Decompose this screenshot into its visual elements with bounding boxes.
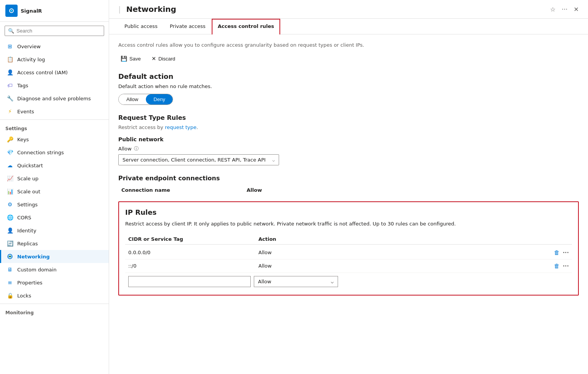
nav-connection-strings[interactable]: 💎 Connection strings [0, 146, 109, 159]
endpoint-table-header: Connection name Allow [118, 185, 579, 195]
nav-scale-up[interactable]: 📈 Scale up [0, 172, 109, 185]
nav-networking[interactable]: Networking [0, 250, 109, 263]
content-area: Access control rules allow you to config… [109, 34, 588, 374]
scale-out-icon: 📊 [7, 188, 13, 195]
nav-connection-strings-label: Connection strings [17, 150, 64, 155]
search-icon: 🔍 [8, 28, 14, 34]
ip-row-2-delete-icon[interactable]: 🗑 [554, 263, 560, 269]
nav-events[interactable]: ⚡ Events [0, 105, 109, 118]
request-type-link[interactable]: request type [165, 124, 197, 130]
tab-private-access[interactable]: Private access [163, 19, 211, 34]
tab-public-access[interactable]: Public access [118, 19, 163, 34]
tab-access-control-rules[interactable]: Access control rules [212, 19, 280, 34]
ip-add-cidr-input[interactable] [128, 276, 251, 287]
quickstart-icon: ☁ [7, 162, 13, 169]
ip-row-2-cidr: ::/0 [128, 263, 258, 269]
nav-settings-label: Settings [17, 202, 38, 207]
access-control-icon: 👤 [7, 69, 13, 76]
ip-row-1-more-icon[interactable]: ··· [563, 250, 569, 256]
nav-scale-up-label: Scale up [17, 176, 39, 181]
activity-log-icon: 📋 [7, 56, 13, 63]
nav-quickstart[interactable]: ☁ Quickstart [0, 159, 109, 172]
more-options-icon[interactable]: ··· [562, 6, 567, 13]
diagnose-icon: 🔧 [7, 95, 13, 102]
ip-row-1-cidr: 0.0.0.0/0 [128, 250, 258, 255]
nav-overview[interactable]: ⊞ Overview [0, 40, 109, 53]
tabs-bar: Public access Private access Access cont… [109, 19, 588, 34]
divider-monitoring [0, 304, 109, 304]
discard-label: Discard [158, 56, 175, 62]
allow-deny-toggle: Allow Deny [118, 94, 173, 105]
nav-properties-label: Properties [17, 280, 42, 286]
col-connection-name: Connection name [121, 187, 170, 193]
nav-activity-log[interactable]: 📋 Activity log [0, 53, 109, 66]
nav-keys[interactable]: 🔑 Keys [0, 133, 109, 146]
ip-row-2-icons: 🗑 ··· [554, 263, 569, 269]
app-icon [5, 5, 18, 17]
events-icon: ⚡ [7, 108, 13, 115]
overview-icon: ⊞ [7, 43, 13, 50]
identity-icon: 👤 [7, 227, 13, 234]
page-title: Networking [126, 5, 176, 14]
ip-row-2-more-icon[interactable]: ··· [563, 263, 569, 269]
dropdown-arrow-icon: ⌵ [272, 157, 275, 163]
title-separator: | [118, 5, 121, 14]
deny-toggle-btn[interactable]: Deny [146, 94, 173, 105]
ip-add-dropdown-arrow: ⌵ [331, 279, 334, 284]
settings-icon: ⚙ [7, 201, 13, 208]
page-description: Access control rules allow you to config… [118, 42, 579, 48]
properties-icon: ≡ [7, 279, 13, 286]
private-endpoint-title: Private endpoint connections [118, 175, 579, 182]
nav-settings[interactable]: ⚙ Settings [0, 198, 109, 211]
nav-scale-out[interactable]: 📊 Scale out [0, 185, 109, 198]
search-box[interactable]: 🔍 [5, 26, 104, 36]
save-button[interactable]: 💾 Save [118, 54, 143, 63]
default-action-title: Default action [118, 72, 579, 80]
nav-events-label: Events [17, 109, 34, 114]
cors-icon: 🌐 [7, 214, 13, 221]
allow-info-icon[interactable]: ⓘ [134, 145, 139, 152]
request-type-dropdown[interactable]: Server connection, Client connection, RE… [118, 154, 279, 165]
favorite-icon[interactable]: ☆ [550, 6, 555, 13]
app-name: SignalR [21, 8, 42, 14]
ip-rules-desc: Restrict access by client IP. It only ap… [125, 220, 572, 228]
nav-properties[interactable]: ≡ Properties [0, 276, 109, 289]
nav-access-control[interactable]: 👤 Access control (IAM) [0, 66, 109, 79]
col-allow: Allow [247, 187, 262, 193]
ip-add-action-value: Allow [258, 279, 271, 284]
nav-activity-log-label: Activity log [17, 57, 45, 62]
ip-row-1-delete-icon[interactable]: 🗑 [554, 249, 560, 256]
allow-label: Allow ⓘ [118, 145, 579, 152]
search-input[interactable] [16, 28, 101, 34]
nav-custom-domain[interactable]: 🖥 Custom domain [0, 263, 109, 276]
nav-diagnose[interactable]: 🔧 Diagnose and solve problems [0, 92, 109, 105]
nav-replicas[interactable]: 🔄 Replicas [0, 237, 109, 250]
col-action-header: Action [258, 236, 569, 242]
allow-toggle-btn[interactable]: Allow [119, 94, 146, 105]
discard-button[interactable]: ✕ Discard [149, 54, 178, 63]
divider-settings [0, 119, 109, 120]
nav-identity[interactable]: 👤 Identity [0, 224, 109, 237]
nav-access-control-label: Access control (IAM) [17, 70, 68, 75]
ip-table-row: ::/0 Allow 🗑 ··· [125, 260, 572, 273]
sidebar-header: SignalR [0, 0, 109, 22]
scale-up-icon: 📈 [7, 175, 13, 182]
nav-locks[interactable]: 🔒 Locks [0, 289, 109, 302]
nav-tags[interactable]: 🏷 Tags [0, 79, 109, 92]
private-endpoint-section: Private endpoint connections Connection … [118, 175, 579, 195]
ip-add-row: Allow ⌵ [125, 274, 572, 289]
tags-icon: 🏷 [7, 82, 13, 89]
keys-icon: 🔑 [7, 136, 13, 143]
nav-cors[interactable]: 🌐 CORS [0, 211, 109, 224]
discard-icon: ✕ [152, 56, 156, 62]
nav-replicas-label: Replicas [17, 241, 38, 247]
close-icon[interactable]: ✕ [574, 6, 579, 13]
nav-locks-label: Locks [17, 293, 31, 299]
ip-rules-title: IP Rules [125, 208, 572, 216]
toolbar: 💾 Save ✕ Discard [118, 54, 579, 63]
svg-point-2 [11, 10, 12, 11]
nav-diagnose-label: Diagnose and solve problems [17, 96, 91, 101]
save-icon: 💾 [121, 56, 127, 62]
ip-add-action-dropdown[interactable]: Allow ⌵ [254, 276, 338, 287]
locks-icon: 🔒 [7, 292, 13, 299]
